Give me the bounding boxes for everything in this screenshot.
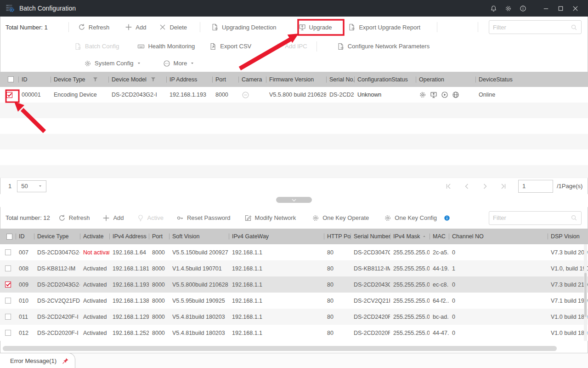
cell-channel: 0 (449, 293, 548, 309)
row-checkbox[interactable] (0, 276, 16, 293)
row-checkbox[interactable] (0, 309, 16, 325)
refresh-button[interactable]: Refresh (78, 23, 110, 31)
remote-config-gear-icon[interactable] (419, 91, 426, 98)
modify-network-button[interactable]: Modify Network (244, 214, 296, 222)
row-checkbox[interactable] (0, 87, 18, 103)
check-icon (5, 281, 11, 288)
sort-ascending-icon[interactable] (422, 234, 427, 239)
last-page-icon[interactable] (500, 183, 507, 190)
one-key-operate-button[interactable]: One Key Operate (312, 214, 369, 222)
row-checkbox[interactable] (0, 293, 16, 309)
next-page-icon[interactable] (481, 183, 489, 190)
cell-gateway: 192.168.1.1 (229, 260, 324, 276)
notifications-button[interactable] (486, 0, 501, 17)
col-port: Port (212, 72, 238, 87)
configure-network-parameters-button[interactable]: Configure Network Parameters (337, 43, 430, 50)
separator (478, 22, 478, 32)
filter-funnel-icon[interactable] (150, 76, 156, 82)
web-globe-icon[interactable] (452, 91, 459, 98)
online-row[interactable]: 010 DS-2CV2Q21FD-IW Activated 192.168.1.… (0, 293, 588, 309)
online-row-selected[interactable]: 009 DS-2CD2043G2-I Activated 192.168.1.1… (0, 276, 588, 293)
active-button[interactable]: Active (137, 214, 164, 222)
upgrade-button[interactable]: Upgrade (299, 23, 332, 31)
online-filter-input[interactable] (493, 214, 571, 221)
delete-button[interactable]: Delete (159, 23, 187, 31)
splitter-handle[interactable] (276, 197, 312, 203)
add-button-2[interactable]: Add (102, 214, 124, 222)
batch-configuration-window: Batch Configuration Total Number: 1 Refr… (0, 0, 588, 368)
key-icon (176, 214, 184, 222)
reset-password-button[interactable]: Reset Password (176, 214, 231, 222)
cell-port: 8000 (149, 309, 169, 325)
info-filled-icon[interactable] (444, 215, 450, 221)
online-row[interactable]: 011 DS-2CD2420F-I Activated 192.168.1.12… (0, 309, 588, 325)
pushpin-icon[interactable] (62, 357, 69, 364)
keyboard-icon (137, 43, 145, 50)
empty-row (0, 103, 588, 118)
cell-serial: DS-2CD2420F-I... (351, 309, 390, 325)
maximize-button[interactable] (553, 0, 568, 17)
more-button[interactable]: More (163, 60, 195, 67)
add-button[interactable]: Add (125, 23, 146, 31)
error-message-tab[interactable]: Error Message(1) (0, 353, 75, 368)
cell-mac: 64-f2... (430, 293, 449, 309)
online-row[interactable]: 012 DS-2CD2020F-I Activated 192.168.1.25… (0, 325, 588, 341)
online-table-body: 007 DS-2CD3047G2-LS Not activat... 192.1… (0, 244, 588, 341)
play-circle-icon[interactable] (441, 91, 448, 98)
online-device-panel: Total number: 12 Refresh Add Active Rese… (0, 207, 588, 341)
online-row[interactable]: 007 DS-2CD3047G2-LS Not activat... 192.1… (0, 244, 588, 260)
app-logo-icon (6, 4, 15, 13)
one-key-config-button[interactable]: One Key Config (384, 214, 450, 222)
col-mac: MAC (430, 229, 449, 244)
document-arrow-icon (209, 43, 217, 50)
export-upgrade-report-button[interactable]: Export Upgrade Report (348, 23, 420, 31)
page-size-select[interactable]: 50 (17, 180, 46, 192)
refresh-button-2[interactable]: Refresh (58, 214, 90, 222)
col-ipv4-gateway: IPv4 GateWay (229, 229, 324, 244)
device-row[interactable]: 000001 Encoding Device DS-2CD2043G2-I 19… (0, 87, 588, 103)
device-filter-input[interactable] (493, 24, 571, 31)
export-csv-button[interactable]: Export CSV (209, 43, 251, 50)
cell-mask: 255.255.255.0 (390, 276, 430, 293)
add-ipc-button[interactable]: Add IPC (274, 43, 307, 50)
search-icon (571, 24, 577, 31)
horizontal-scrollbar-thumb[interactable] (3, 346, 557, 351)
online-row[interactable]: 008 DS-KB8112-IM Activated 192.168.1.181… (0, 260, 588, 276)
select-all-checkbox[interactable] (0, 72, 18, 87)
cell-activate: Activated (80, 276, 109, 293)
cell-mask: 255.255.255.0 (390, 293, 430, 309)
about-button[interactable] (515, 0, 530, 17)
filter-funnel-icon[interactable] (92, 76, 98, 82)
row-checkbox[interactable] (0, 325, 16, 341)
gear-icon (505, 5, 512, 12)
cell-mask: 255.255.255.0 (390, 244, 430, 260)
cell-dsp: V7.1 build 1909 (548, 293, 588, 309)
previous-page-icon[interactable] (463, 183, 470, 190)
cell-activate: Activated (80, 325, 109, 341)
first-page-icon[interactable] (445, 183, 452, 190)
cell-mac: 44-47... (430, 325, 449, 341)
minimize-button[interactable] (538, 0, 553, 17)
cell-id: 010 (16, 293, 34, 309)
system-config-button[interactable]: System Config (84, 60, 141, 67)
close-button[interactable] (568, 0, 582, 17)
cell-mac: 44-19... (430, 260, 449, 276)
cell-soft-vision: V5.5.800build 210628 (169, 276, 229, 293)
cell-http-port: 80 (324, 260, 351, 276)
batch-config-button[interactable]: Batch Config (74, 43, 119, 50)
cell-device-type: DS-2CD2020F-I (34, 325, 80, 341)
settings-button[interactable] (501, 0, 515, 17)
col-id: ID (18, 72, 51, 87)
row-checkbox[interactable] (0, 244, 16, 260)
select-all-checkbox-2[interactable] (0, 229, 16, 244)
page-number-input[interactable] (518, 180, 553, 193)
upgrade-device-icon[interactable] (430, 91, 437, 98)
col-soft-vision: Soft Vision (169, 229, 229, 244)
vertical-scrollbar-thumb[interactable] (584, 273, 587, 317)
upgrading-detection-button[interactable]: Upgrading Detection (211, 23, 277, 31)
cell-port: 8000 (149, 293, 169, 309)
row-checkbox[interactable] (0, 260, 16, 276)
device-panel: Total Number: 1 Refresh Add Delete Upgra… (0, 17, 588, 194)
empty-row (0, 165, 588, 178)
health-monitoring-button[interactable]: Health Monitoring (137, 43, 195, 50)
